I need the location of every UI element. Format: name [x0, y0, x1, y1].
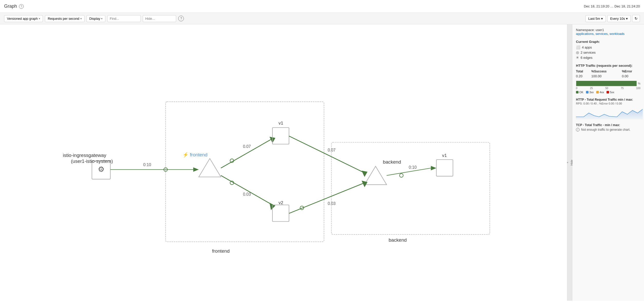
edges-stat: ✳ 6 edges — [576, 55, 640, 60]
percent-label: % — [638, 82, 640, 85]
http-total-title: HTTP - Total Request Traffic min / max: — [576, 98, 640, 101]
sparkline-fill — [576, 109, 643, 119]
namespace-label: Namespace: user1 — [576, 28, 640, 32]
header-left: Graph ? — [4, 4, 24, 9]
tcp-section: TCP - Total Traffic - min / max: i Not e… — [576, 123, 640, 131]
header: Graph ? Dec 18, 21:19:20 … Dec 18, 21:24… — [0, 0, 644, 13]
3xx-color — [586, 91, 589, 93]
tcp-message: i Not enough traffic to generate chart. — [576, 128, 640, 131]
bar-axis: 0 25 50 75 100 — [576, 87, 640, 90]
legend-4xx: 4xx — [596, 91, 604, 94]
arrow-ingress-frontend — [193, 167, 199, 172]
arrow-backend-v1 — [431, 166, 437, 170]
hide-tab[interactable]: Hide » — [567, 24, 572, 301]
edge-label-6: 0:10 — [409, 165, 417, 169]
panel-content: Namespace: user1 applications, services,… — [572, 24, 644, 301]
frontend-v1-label: v1 — [279, 120, 283, 126]
sparkline-chart — [576, 107, 643, 119]
applications-link[interactable]: applications — [576, 32, 594, 36]
services-stat: ◎ 2 services — [576, 50, 640, 54]
arrow-v1-backend — [362, 171, 367, 177]
http-traffic-title: HTTP Traffic (requests per second): — [576, 64, 640, 68]
frontend-group-label: frontend — [212, 248, 230, 254]
backend-group-label: backend — [389, 237, 407, 243]
services-link[interactable]: services — [595, 32, 608, 36]
backend-v1-node[interactable] — [436, 160, 453, 176]
http-bar-chart: % 0 25 50 75 100 OK — [576, 81, 640, 94]
frontend-app-node[interactable] — [199, 158, 221, 177]
info-icon: i — [576, 128, 580, 131]
http-total-section: HTTP - Total Request Traffic min / max: … — [576, 98, 640, 120]
ingress-label: istio-ingressgateway — [63, 153, 107, 158]
edge-v1-backend — [289, 136, 365, 173]
chevron-down-icon: ▾ — [601, 17, 603, 21]
namespace-links: applications, services, workloads — [576, 32, 640, 36]
legend-5xx: 5xx — [607, 91, 614, 94]
col-error: %Error — [618, 69, 640, 74]
bar-ok — [576, 81, 637, 86]
legend-3xx: 3xx — [586, 91, 594, 94]
hide-input[interactable] — [143, 15, 176, 22]
hide-tab-label: Hide — [570, 160, 573, 166]
apps-icon: ⬜ — [576, 45, 580, 49]
edge-label-5: 0.03 — [328, 201, 336, 206]
edge-label-1: 0:10 — [143, 163, 151, 167]
http-traffic-section: HTTP Traffic (requests per second): Tota… — [576, 64, 640, 94]
main-content: frontend backend ⚙ istio-ingressgateway … — [0, 24, 644, 301]
side-panel: Hide » Namespace: user1 applications, se… — [567, 24, 644, 301]
display-dropdown[interactable]: Display ▾ — [87, 15, 106, 22]
backend-group-box — [332, 142, 490, 234]
refresh-button[interactable]: ↻ — [632, 15, 640, 22]
graph-svg: frontend backend ⚙ istio-ingressgateway … — [0, 24, 567, 301]
toolbar-right: Last 5m ▾ Every 10s ▾ ↻ — [585, 15, 640, 22]
page-title: Graph — [4, 4, 17, 9]
edge-label-3: 0.03 — [243, 192, 251, 196]
graph-type-dropdown[interactable]: Versioned app graph ▾ — [4, 15, 43, 22]
col-success: %Success — [587, 69, 618, 74]
edge-frontend-v2 — [221, 175, 272, 205]
http-table: Total %Success %Error 0.20 100.00 0.00 — [576, 69, 640, 79]
chevron-down-icon: ▾ — [39, 17, 40, 20]
services-icon: ◎ — [576, 50, 579, 54]
toolbar-help-icon[interactable]: ? — [178, 16, 184, 21]
bar-legend: OK 3xx 4xx 5xx — [576, 91, 640, 94]
toolbar: Versioned app graph ▾ Requests per secon… — [0, 13, 644, 24]
edge-label-2: 0.07 — [243, 144, 251, 149]
frontend-label: ⚡ frontend — [183, 152, 207, 158]
graph-canvas[interactable]: frontend backend ⚙ istio-ingressgateway … — [0, 24, 567, 301]
last-5m-button[interactable]: Last 5m ▾ — [585, 15, 606, 22]
workloads-link[interactable]: workloads — [610, 32, 625, 36]
backend-v1-label: v1 — [442, 153, 447, 158]
col-total: Total — [576, 69, 587, 74]
apps-stat: ⬜ 4 apps — [576, 45, 640, 49]
edge-dot-5 — [400, 174, 403, 177]
ingress-sublabel: (user1-istio-system) — [71, 158, 113, 164]
chevron-down-icon: ▾ — [101, 17, 102, 20]
legend-ok: OK — [576, 91, 583, 94]
time-range: Dec 18, 21:19:20 … Dec 18, 21:24:20 — [584, 4, 640, 8]
chevron-down-icon: ▾ — [80, 17, 82, 20]
error-value: 0.00 — [618, 74, 640, 79]
find-input[interactable] — [107, 15, 141, 22]
gear-icon: ⚙ — [98, 165, 105, 173]
ok-color — [576, 91, 579, 93]
frontend-v2-label: v2 — [279, 200, 283, 205]
success-value: 100.00 — [587, 74, 618, 79]
help-icon[interactable]: ? — [19, 4, 24, 9]
edges-icon: ✳ — [576, 55, 579, 60]
interval-button[interactable]: Every 10s ▾ — [607, 15, 631, 22]
frontend-group-box — [166, 102, 324, 242]
tcp-title: TCP - Total Traffic - min / max: — [576, 123, 640, 127]
4xx-color — [596, 91, 599, 93]
frontend-v2-node[interactable] — [272, 205, 289, 222]
namespace-section: Namespace: user1 applications, services,… — [576, 28, 640, 36]
http-table-row: 0.20 100.00 0.00 — [576, 74, 640, 79]
metric-dropdown[interactable]: Requests per second ▾ — [45, 15, 84, 22]
http-total-value: RPS: 0.00 / 0.40 , %Error 0.00 / 0.00 — [576, 102, 640, 105]
5xx-color — [607, 91, 609, 93]
edge-label-4: 0.07 — [328, 148, 336, 152]
total-value: 0.20 — [576, 74, 587, 79]
backend-app-node[interactable] — [365, 166, 387, 185]
chevron-down-icon: ▾ — [626, 17, 628, 21]
frontend-v1-node[interactable] — [272, 128, 289, 144]
